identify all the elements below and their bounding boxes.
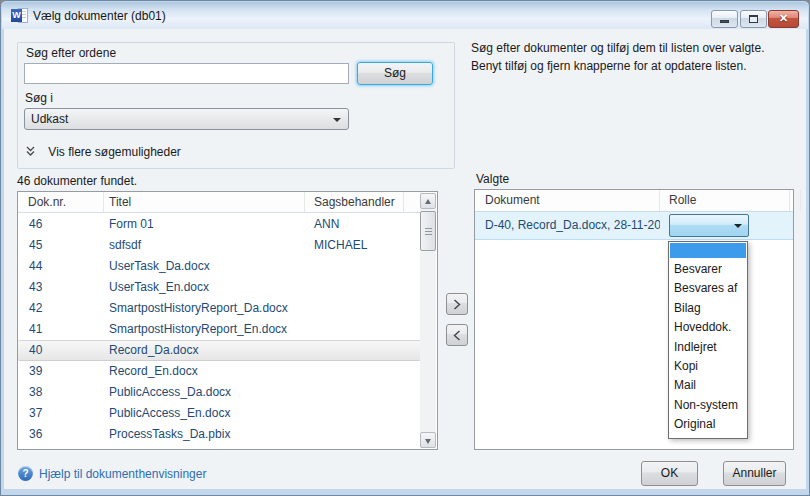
column-header-dokument[interactable]: Dokument bbox=[475, 190, 660, 211]
results-table: Dok.nr. Titel Sagsbehandler 46Form 01ANN… bbox=[17, 191, 438, 450]
minimize-button[interactable] bbox=[711, 10, 738, 28]
cancel-button[interactable]: Annuller bbox=[723, 461, 786, 486]
window-title: Vælg dokumenter (db01) bbox=[33, 9, 166, 23]
maximize-icon bbox=[749, 15, 758, 23]
table-row[interactable]: 43UserTask_En.docx bbox=[18, 277, 421, 298]
ok-button[interactable]: OK bbox=[641, 461, 698, 486]
selected-list-label: Valgte bbox=[476, 172, 509, 186]
role-option[interactable]: Besvarer bbox=[669, 260, 747, 279]
scroll-down-button[interactable] bbox=[420, 432, 436, 448]
role-option[interactable]: Besvares af bbox=[669, 279, 747, 298]
table-row[interactable]: 36ProcessTasks_Da.pbix bbox=[18, 424, 421, 445]
column-header-titel[interactable]: Titel bbox=[104, 192, 305, 212]
chevron-right-icon bbox=[453, 299, 461, 310]
double-chevron-down-icon bbox=[25, 146, 36, 157]
table-row[interactable]: 38PublicAccess_Da.docx bbox=[18, 382, 421, 403]
table-row[interactable]: 45sdfsdfMICHAEL bbox=[18, 235, 421, 256]
table-row[interactable]: 44UserTask_Da.docx bbox=[18, 256, 421, 277]
table-row[interactable]: 37PublicAccess_En.docx bbox=[18, 403, 421, 424]
scroll-up-icon bbox=[425, 199, 431, 204]
help-icon: ? bbox=[18, 466, 33, 481]
role-option[interactable]: Hoveddok. bbox=[669, 318, 747, 337]
maximize-button[interactable] bbox=[740, 10, 767, 28]
search-in-dropdown[interactable]: Udkast bbox=[24, 108, 349, 130]
remove-document-button[interactable] bbox=[446, 324, 468, 346]
search-in-value: Udkast bbox=[31, 112, 68, 126]
minimize-icon bbox=[720, 20, 729, 23]
scroll-up-button[interactable] bbox=[420, 193, 436, 209]
chevron-left-icon bbox=[453, 330, 461, 341]
scrollbar-thumb[interactable] bbox=[420, 211, 436, 251]
title-bar[interactable]: W Vælg dokumenter (db01) ✕ bbox=[2, 2, 808, 29]
role-option[interactable]: Original bbox=[669, 415, 747, 434]
role-option[interactable]: Bilag bbox=[669, 299, 747, 318]
selected-table-header: Dokument Rolle bbox=[475, 190, 793, 212]
keywords-label: Søg efter ordene bbox=[26, 46, 116, 60]
search-in-label: Søg i bbox=[25, 91, 53, 105]
more-search-options-label: Vis flere søgemuligheder bbox=[48, 145, 181, 159]
chevron-down-icon bbox=[333, 118, 341, 122]
table-row[interactable]: 39Record_En.docx bbox=[18, 361, 421, 382]
results-table-header: Dok.nr. Titel Sagsbehandler bbox=[18, 192, 421, 213]
thumb-grip-icon bbox=[425, 228, 432, 237]
table-row[interactable]: 46Form 01ANN bbox=[18, 214, 421, 235]
close-button[interactable]: ✕ bbox=[768, 10, 799, 28]
dialog-window: W Vælg dokumenter (db01) ✕ Søg efter ord… bbox=[0, 0, 810, 496]
chevron-down-icon bbox=[734, 224, 742, 228]
more-search-options-expander[interactable]: Vis flere søgemuligheder bbox=[25, 145, 181, 159]
word-app-icon: W bbox=[11, 8, 28, 23]
role-option[interactable]: Mail bbox=[669, 376, 747, 395]
table-row[interactable]: 40Record_Da.docx bbox=[18, 340, 421, 361]
results-scrollbar[interactable] bbox=[420, 193, 436, 448]
column-header-doknr[interactable]: Dok.nr. bbox=[18, 192, 104, 212]
help-link[interactable]: Hjælp til dokumenthenvisninger bbox=[39, 467, 206, 481]
close-icon: ✕ bbox=[769, 12, 798, 25]
table-row[interactable]: 42SmartpostHistoryReport_Da.docx bbox=[18, 298, 421, 319]
column-header-sagsbehandler[interactable]: Sagsbehandler bbox=[305, 192, 404, 212]
role-option[interactable] bbox=[670, 243, 746, 258]
search-button[interactable]: Søg bbox=[357, 62, 433, 85]
role-option[interactable]: Kopi bbox=[669, 357, 747, 376]
instructions-line1: Søg efter dokumenter og tilføj dem til l… bbox=[471, 39, 805, 57]
role-option[interactable]: Indlejret bbox=[669, 338, 747, 357]
column-header-rolle[interactable]: Rolle bbox=[660, 190, 790, 211]
dialog-client-area: Søg efter ordene Søg Søg i Udkast Vis fl… bbox=[4, 29, 806, 489]
table-row[interactable]: 35ProcessTasks_En.pbix bbox=[18, 445, 421, 449]
role-option[interactable]: Non-system bbox=[669, 396, 747, 415]
keywords-input[interactable] bbox=[24, 63, 349, 84]
selected-document-row[interactable]: D-40, Record_Da.docx, 28-11-201 bbox=[475, 212, 793, 240]
role-dropdown-list: BesvarerBesvares afBilagHoveddok.Indlejr… bbox=[668, 241, 748, 439]
results-rows: 46Form 01ANN45sdfsdfMICHAEL44UserTask_Da… bbox=[18, 214, 421, 449]
add-document-button[interactable] bbox=[446, 293, 468, 315]
results-count: 46 dokumenter fundet. bbox=[17, 174, 137, 188]
role-dropdown[interactable] bbox=[669, 214, 749, 237]
table-row[interactable]: 41SmartpostHistoryReport_En.docx bbox=[18, 319, 421, 340]
selected-document-text: D-40, Record_Da.docx, 28-11-201 bbox=[475, 212, 660, 239]
instructions-line2: Benyt tilføj og fjern knapperne for at o… bbox=[471, 57, 805, 75]
instructions-text: Søg efter dokumenter og tilføj dem til l… bbox=[471, 39, 805, 75]
scroll-down-icon bbox=[425, 439, 431, 444]
